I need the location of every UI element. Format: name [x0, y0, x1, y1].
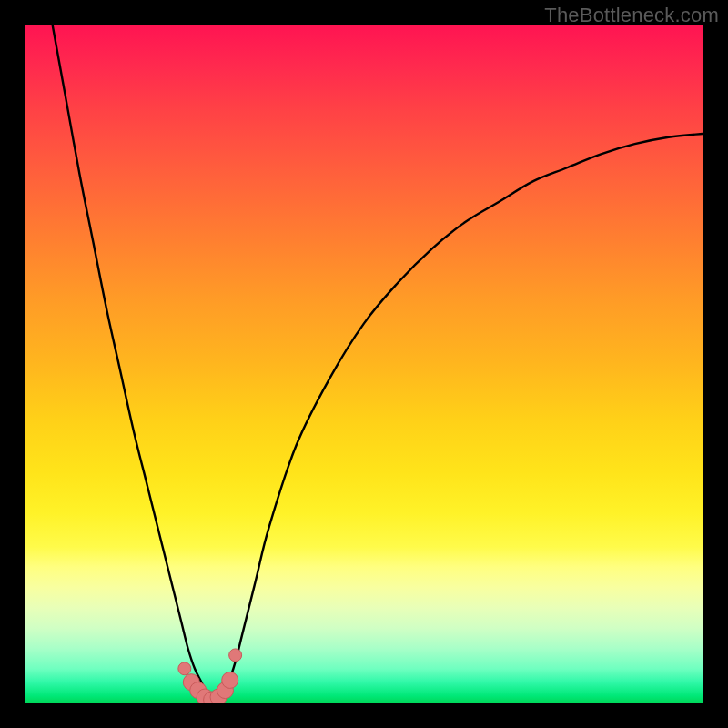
plot-area [25, 25, 703, 703]
chart-frame: TheBottleneck.com [0, 0, 728, 728]
curve-markers [178, 649, 242, 703]
bottleneck-curve [53, 25, 703, 703]
watermark-text: TheBottleneck.com [544, 4, 719, 27]
curve-layer [25, 25, 703, 703]
curve-marker [178, 662, 191, 675]
curve-marker [222, 672, 238, 688]
curve-marker [229, 649, 242, 662]
